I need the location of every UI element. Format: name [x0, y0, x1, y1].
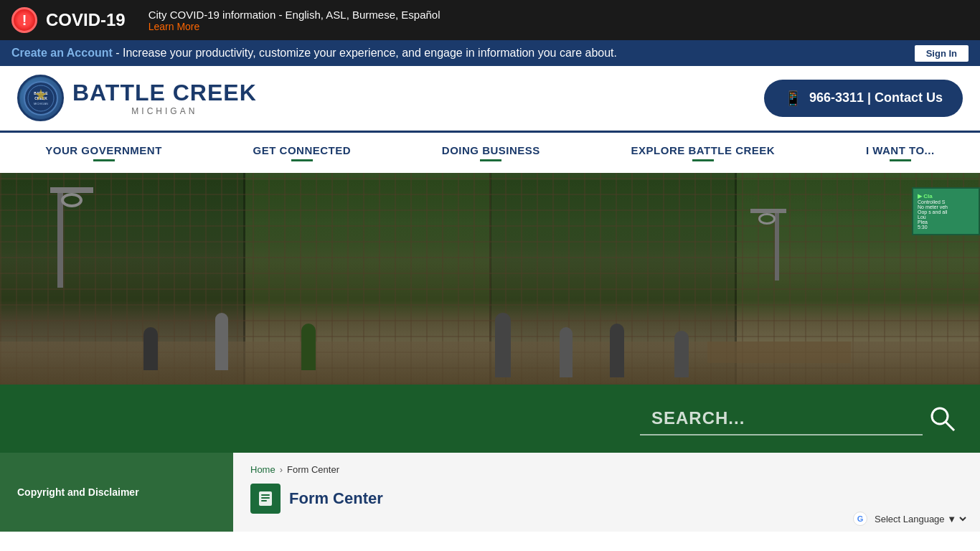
svg-rect-9: [261, 494, 270, 496]
site-header: BATTLE CREEK MICHIGAN BATTLE CREEK MICHI…: [0, 66, 980, 131]
footer-left: Copyright and Disclaimer: [0, 453, 233, 532]
form-icon-svg: [256, 489, 275, 508]
account-info-text: Create an Account - Increase your produc…: [11, 47, 617, 60]
hero-background: ▶ Cla Controlled S No meter veh Oop s an…: [0, 173, 980, 385]
search-button[interactable]: [923, 399, 963, 439]
nav-item-iwantto[interactable]: I WANT TO...: [849, 133, 952, 173]
site-name: BATTLE CREEK: [72, 80, 257, 106]
contact-button[interactable]: 📱 966-3311 | Contact Us: [764, 80, 963, 117]
search-icon: [928, 405, 957, 433]
covid-learn-more-link[interactable]: Learn More: [149, 21, 440, 32]
city-logo: BATTLE CREEK MICHIGAN: [17, 75, 64, 121]
search-section: [0, 385, 980, 453]
account-description: - Increase your productivity, customize …: [116, 47, 617, 59]
svg-point-6: [932, 408, 948, 424]
covid-icon: !: [11, 7, 37, 33]
account-banner: Create an Account - Increase your produc…: [0, 40, 980, 66]
form-center-icon: [250, 484, 281, 514]
select-language-area: G Select Language ▼ Select Language ▼: [853, 512, 969, 526]
park-sign: ▶ Cla Controlled S No meter veh Oop s an…: [912, 187, 980, 235]
site-title-block: BATTLE CREEK MICHIGAN: [72, 80, 257, 116]
google-translate-icon: G: [853, 512, 867, 526]
create-account-link[interactable]: Create an Account: [11, 47, 113, 59]
form-center-heading: Form Center: [250, 484, 963, 514]
person-silhouette-6: [610, 324, 624, 377]
person-silhouette-3: [301, 324, 316, 370]
breadcrumb-home[interactable]: Home: [250, 464, 275, 475]
covid-banner: ! COVID-19 City COVID-19 information - E…: [0, 0, 980, 40]
breadcrumb-separator: ›: [280, 464, 283, 475]
person-silhouette-5: [560, 327, 573, 377]
person-silhouette-4: [495, 313, 511, 377]
main-nav: YOUR GOVERNMENT GET CONNECTED DOING BUSI…: [0, 131, 980, 173]
covid-main-text: City COVID-19 information - English, ASL…: [149, 9, 440, 21]
form-center-title: Form Center: [289, 489, 383, 508]
covid-text-block: City COVID-19 information - English, ASL…: [149, 9, 440, 32]
copyright-text: Copyright and Disclaimer: [17, 486, 139, 498]
nav-item-explore[interactable]: EXPLORE BATTLE CREEK: [614, 133, 793, 173]
breadcrumb-current: Form Center: [287, 464, 339, 475]
hoop-board-left: [50, 187, 93, 193]
hoop-ring-right: [758, 213, 776, 225]
nav-item-government[interactable]: YOUR GOVERNMENT: [28, 133, 179, 173]
hero-section: ▶ Cla Controlled S No meter veh Oop s an…: [0, 173, 980, 385]
person-silhouette-1: [143, 327, 158, 370]
site-subtitle: MICHIGAN: [72, 106, 257, 116]
contact-button-label: 966-3311 | Contact Us: [809, 90, 943, 105]
hoop-ring-left: [61, 193, 83, 207]
search-input[interactable]: [640, 402, 923, 435]
logo-area: BATTLE CREEK MICHIGAN BATTLE CREEK MICHI…: [17, 75, 257, 121]
svg-rect-11: [261, 500, 267, 501]
svg-line-7: [946, 422, 954, 430]
svg-text:MICHIGAN: MICHIGAN: [34, 102, 48, 105]
covid-title: COVID-19: [46, 10, 126, 30]
sign-in-button[interactable]: Sign In: [915, 45, 969, 62]
language-select[interactable]: Select Language ▼: [872, 513, 969, 525]
nav-item-business[interactable]: DOING BUSINESS: [425, 133, 557, 173]
nav-item-connected[interactable]: GET CONNECTED: [236, 133, 369, 173]
hoop-board-right: [750, 209, 786, 213]
person-silhouette-7: [674, 331, 689, 377]
footer-section: Copyright and Disclaimer Home › Form Cen…: [0, 453, 980, 532]
person-silhouette-2: [215, 313, 228, 370]
bench-area: [707, 342, 851, 363]
logo-inner-seal: BATTLE CREEK MICHIGAN: [20, 77, 62, 119]
footer-right: Home › Form Center Form Center G Select …: [233, 453, 980, 532]
breadcrumb: Home › Form Center: [250, 464, 963, 475]
phone-icon: 📱: [784, 90, 802, 107]
svg-rect-10: [261, 497, 270, 499]
search-input-wrapper: [640, 399, 963, 439]
